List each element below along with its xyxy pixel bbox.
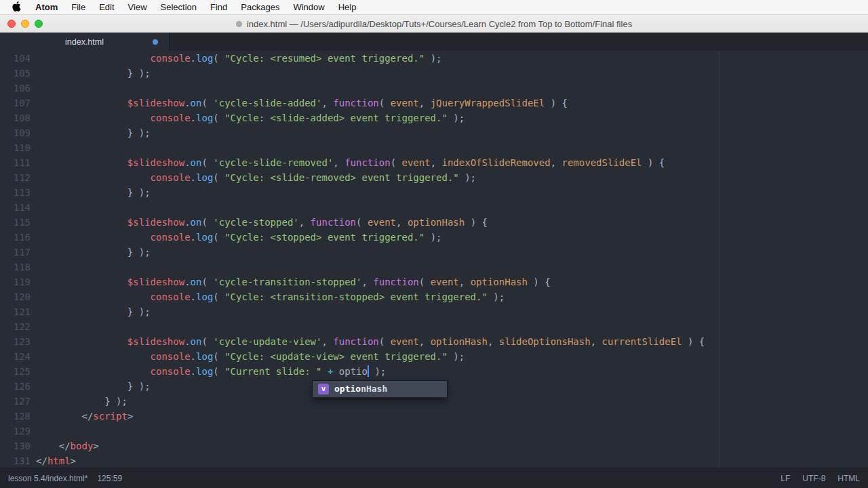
code-line[interactable]: 118 [0, 260, 868, 274]
menu-item-packages[interactable]: Packages [234, 0, 286, 14]
line-number[interactable]: 131 [0, 453, 36, 468]
status-line-ending[interactable]: LF [781, 474, 790, 483]
code-line[interactable]: 124 console.log( "Cycle: <update-view> e… [0, 349, 868, 364]
code-text: console.log( "Current slide: " + optio )… [36, 364, 386, 379]
line-number[interactable]: 122 [0, 319, 36, 334]
variable-type-icon: v [318, 384, 329, 394]
line-number[interactable]: 129 [0, 424, 36, 439]
window-title-wrap: index.html — /Users/adipurdila/Desktop/T… [236, 19, 632, 29]
code-line[interactable]: 121 } ); [0, 304, 868, 319]
menu-items: AtomFileEditViewSelectionFindPackagesWin… [28, 0, 363, 14]
line-number[interactable]: 121 [0, 304, 36, 319]
status-encoding[interactable]: UTF-8 [802, 474, 825, 483]
menu-item-file[interactable]: File [64, 0, 92, 14]
menu-item-selection[interactable]: Selection [154, 0, 203, 14]
code-text: $slideshow.on( 'cycle-transition-stopped… [36, 274, 551, 289]
line-number[interactable]: 119 [0, 274, 36, 289]
code-line[interactable]: 109 } ); [0, 125, 868, 140]
status-bar-left: lesson 5.4/index.html* 125:59 [8, 474, 122, 483]
code-line[interactable]: 125 console.log( "Current slide: " + opt… [0, 364, 868, 379]
code-text: </script> [36, 409, 133, 424]
code-line[interactable]: 106 [0, 81, 868, 96]
code-line[interactable]: 111 $slideshow.on( 'cycle-slide-removed'… [0, 155, 868, 170]
line-number[interactable]: 128 [0, 409, 36, 424]
editor[interactable]: 104 console.log( "Cycle: <resumed> event… [0, 51, 868, 468]
code-text: } ); [36, 245, 151, 260]
code-line[interactable]: 117 } ); [0, 245, 868, 260]
zoom-window-button[interactable] [35, 20, 43, 28]
line-number[interactable]: 116 [0, 230, 36, 245]
document-proxy-icon [236, 21, 242, 27]
line-number[interactable]: 123 [0, 334, 36, 349]
code-text: </body> [36, 439, 99, 453]
line-number[interactable]: 114 [0, 200, 36, 215]
apple-icon [12, 1, 21, 14]
apple-menu[interactable] [0, 0, 28, 14]
code-line[interactable]: 104 console.log( "Cycle: <resumed> event… [0, 51, 868, 66]
window-title: index.html — /Users/adipurdila/Desktop/T… [247, 19, 632, 29]
code-text: console.log( "Cycle: <slide-added> event… [36, 110, 465, 125]
code-text: console.log( "Cycle: <transition-stopped… [36, 289, 505, 304]
status-cursor-position[interactable]: 125:59 [97, 474, 122, 483]
code-line[interactable]: 130 </body> [0, 439, 868, 453]
code-line[interactable]: 108 console.log( "Cycle: <slide-added> e… [0, 110, 868, 125]
code-line[interactable]: 105 } ); [0, 66, 868, 81]
code-text: console.log( "Cycle: <resumed> event tri… [36, 51, 442, 66]
line-number[interactable]: 110 [0, 140, 36, 155]
line-number[interactable]: 104 [0, 51, 36, 66]
code-line[interactable]: 129 [0, 424, 868, 439]
line-number[interactable]: 115 [0, 215, 36, 230]
line-number[interactable]: 111 [0, 155, 36, 170]
line-number[interactable]: 124 [0, 349, 36, 364]
line-number[interactable]: 106 [0, 81, 36, 96]
code-text: console.log( "Cycle: <stopped> event tri… [36, 230, 442, 245]
line-number[interactable]: 130 [0, 439, 36, 453]
code-line[interactable]: 123 $slideshow.on( 'cycle-update-view', … [0, 334, 868, 349]
menu-item-window[interactable]: Window [286, 0, 331, 14]
line-number[interactable]: 126 [0, 379, 36, 394]
code-text: </html> [36, 453, 76, 468]
code-line[interactable]: 114 [0, 200, 868, 215]
menu-item-help[interactable]: Help [332, 0, 363, 14]
line-number[interactable]: 118 [0, 260, 36, 274]
line-number[interactable]: 112 [0, 170, 36, 185]
code-line[interactable]: 122 [0, 319, 868, 334]
menu-item-edit[interactable]: Edit [92, 0, 121, 14]
code-line[interactable]: 112 console.log( "Cycle: <slide-removed>… [0, 170, 868, 185]
code-text: } ); [36, 304, 151, 319]
line-number[interactable]: 109 [0, 125, 36, 140]
menu-item-atom[interactable]: Atom [28, 0, 64, 14]
code-text: } ); [36, 66, 151, 81]
line-number[interactable]: 113 [0, 185, 36, 200]
code-line[interactable]: 107 $slideshow.on( 'cycle-slide-added', … [0, 96, 868, 110]
code-line[interactable]: 128 </script> [0, 409, 868, 424]
close-window-button[interactable] [7, 20, 16, 28]
traffic-lights [7, 15, 43, 33]
code-line[interactable]: 120 console.log( "Cycle: <transition-sto… [0, 289, 868, 304]
modified-indicator-icon [153, 39, 158, 45]
line-number[interactable]: 108 [0, 110, 36, 125]
code-text: $slideshow.on( 'cycle-stopped', function… [36, 215, 488, 230]
code-line[interactable]: 131</html> [0, 453, 868, 468]
tab-bar: index.html [0, 33, 868, 51]
code-line[interactable]: 116 console.log( "Cycle: <stopped> event… [0, 230, 868, 245]
status-grammar[interactable]: HTML [837, 474, 860, 483]
line-number[interactable]: 105 [0, 66, 36, 81]
line-number[interactable]: 117 [0, 245, 36, 260]
status-file-path: lesson 5.4/index.html* [8, 474, 87, 483]
line-number[interactable]: 127 [0, 394, 36, 409]
menu-item-view[interactable]: View [121, 0, 154, 14]
tab-index-html[interactable]: index.html [0, 33, 170, 51]
menu-item-find[interactable]: Find [203, 0, 234, 14]
status-bar-right: LF UTF-8 HTML [781, 474, 860, 483]
minimize-window-button[interactable] [21, 20, 29, 28]
code-line[interactable]: 115 $slideshow.on( 'cycle-stopped', func… [0, 215, 868, 230]
code-line[interactable]: 110 [0, 140, 868, 155]
code-line[interactable]: 119 $slideshow.on( 'cycle-transition-sto… [0, 274, 868, 289]
line-number[interactable]: 107 [0, 96, 36, 110]
window-title-bar[interactable]: index.html — /Users/adipurdila/Desktop/T… [0, 15, 868, 33]
code-line[interactable]: 113 } ); [0, 185, 868, 200]
autocomplete-suggestion[interactable]: v optionHash [313, 381, 447, 397]
line-number[interactable]: 125 [0, 364, 36, 379]
line-number[interactable]: 120 [0, 289, 36, 304]
